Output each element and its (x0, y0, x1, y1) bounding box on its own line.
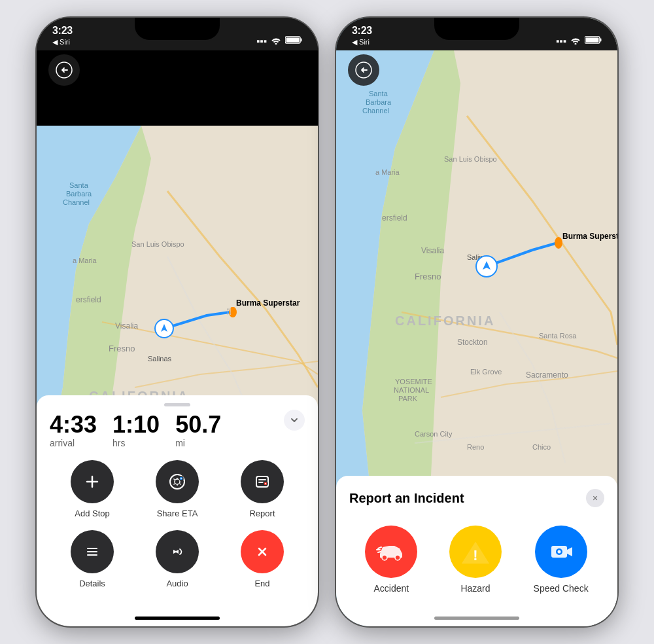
svg-rect-2 (286, 38, 300, 43)
nav-stats: 4:33 arrival 1:10 hrs 50.7 mi (50, 413, 305, 448)
share-eta-group: Share ETA (156, 460, 199, 518)
audio-group: Audio (156, 530, 199, 588)
status-left-2: 3:23 ◀ Siri (352, 25, 372, 46)
end-group: End (241, 530, 284, 588)
add-stop-label: Add Stop (75, 509, 110, 518)
share-eta-label: Share ETA (157, 509, 198, 518)
svg-text:Carson City: Carson City (415, 430, 453, 438)
miles-value: 50.7 (175, 413, 221, 437)
time-display: 3:23 (52, 25, 73, 37)
report-header: Report an Incident × (349, 489, 604, 507)
svg-text:ersfield: ersfield (76, 295, 101, 304)
svg-text:Barbara: Barbara (66, 190, 92, 198)
hours-label: hrs (112, 438, 160, 448)
svg-text:PARK: PARK (398, 395, 418, 402)
hazard-group: ! Hazard (449, 526, 502, 594)
svg-point-24 (179, 476, 183, 480)
miles-stat: 50.7 mi (175, 413, 221, 448)
battery-icon-2 (585, 35, 602, 46)
phone-2: 3:23 ◀ Siri ▪▪▪ (336, 18, 617, 626)
details-button[interactable] (71, 530, 114, 573)
accident-label: Accident (373, 583, 409, 594)
carplay-back-button-1[interactable] (48, 54, 80, 86)
signal-icon-2: ▪▪▪ (556, 35, 566, 46)
close-icon: × (593, 493, 598, 503)
svg-text:San Luis Obispo: San Luis Obispo (444, 155, 497, 163)
hazard-button[interactable]: ! (449, 526, 502, 578)
signal-icon: ▪▪▪ (256, 35, 267, 46)
svg-text:Channel: Channel (63, 198, 90, 206)
arrival-time: 4:33 (50, 413, 97, 437)
svg-text:Salinas: Salinas (148, 355, 172, 363)
end-label: End (254, 579, 269, 588)
svg-text:Fresno: Fresno (109, 344, 135, 353)
miles-label: mi (175, 438, 221, 448)
svg-text:Visalia: Visalia (115, 321, 138, 331)
svg-text:Reno: Reno (467, 443, 484, 451)
arrival-label: arrival (50, 438, 97, 448)
details-group: Details (71, 530, 114, 588)
svg-rect-29 (586, 38, 599, 43)
battery-icon (285, 35, 302, 46)
svg-text:Sacramento: Sacramento (526, 370, 568, 380)
hours-value: 1:10 (112, 413, 160, 437)
accident-group: Accident (365, 526, 417, 594)
svg-text:Burma Superstar: Burma Superstar (236, 298, 300, 308)
svg-text:Fresno: Fresno (415, 272, 441, 281)
wifi-icon-2 (570, 35, 581, 46)
hazard-label: Hazard (460, 583, 490, 594)
svg-text:Santa Rosa: Santa Rosa (539, 332, 577, 340)
svg-rect-28 (600, 39, 602, 42)
status-right: ▪▪▪ (256, 35, 302, 46)
siri-label-2: ◀ Siri (352, 38, 372, 46)
add-stop-button[interactable] (71, 460, 114, 503)
svg-text:Burma Superstar: Burma Superstar (562, 232, 617, 241)
svg-text:YOSEMITE: YOSEMITE (395, 378, 432, 385)
carplay-back-button-2[interactable] (348, 54, 379, 86)
add-stop-group: Add Stop (71, 460, 114, 518)
speed-check-group: Speed Check (534, 526, 589, 594)
svg-text:Chico: Chico (532, 443, 551, 451)
drag-handle (164, 403, 190, 406)
home-indicator-1 (135, 617, 220, 620)
report-panel: Report an Incident × Accident (336, 476, 617, 626)
end-button[interactable] (241, 530, 284, 573)
svg-text:ersfield: ersfield (382, 213, 407, 223)
report-button[interactable] (241, 460, 284, 503)
svg-text:Visalia: Visalia (421, 246, 444, 255)
notch (135, 18, 220, 40)
time-display-2: 3:23 (352, 25, 372, 37)
status-left: 3:23 ◀ Siri (52, 25, 73, 46)
speed-check-label: Speed Check (534, 583, 589, 594)
svg-text:a Maria: a Maria (73, 257, 97, 264)
audio-label: Audio (166, 579, 188, 588)
report-label: Report (249, 509, 275, 518)
speed-check-button[interactable] (535, 526, 587, 578)
phone-1: 3:23 ◀ Siri ▪▪▪ (37, 18, 318, 626)
report-close-button[interactable]: × (586, 489, 604, 507)
svg-text:CALIFORNIA: CALIFORNIA (395, 313, 495, 328)
report-title: Report an Incident (349, 491, 464, 506)
svg-text:NATIONAL: NATIONAL (394, 386, 429, 394)
svg-text:Santa: Santa (369, 90, 388, 98)
home-indicator-2 (434, 617, 519, 620)
report-buttons: Accident ! Hazard (349, 526, 604, 594)
hours-stat: 1:10 hrs (112, 413, 160, 448)
expand-button[interactable] (284, 410, 305, 431)
svg-text:Channel: Channel (362, 107, 389, 115)
svg-point-56 (382, 555, 387, 560)
svg-text:San Luis Obispo: San Luis Obispo (131, 240, 184, 248)
svg-text:Santa: Santa (69, 181, 89, 189)
svg-text:🍴: 🍴 (225, 307, 233, 315)
notch-2 (434, 18, 519, 40)
svg-point-57 (395, 555, 400, 560)
arrival-stat: 4:33 arrival (50, 413, 97, 448)
audio-button[interactable] (156, 530, 199, 573)
report-group: Report (241, 460, 284, 518)
svg-rect-1 (301, 39, 302, 42)
share-eta-button[interactable] (156, 460, 199, 503)
svg-text:Stockton: Stockton (457, 338, 488, 347)
accident-button[interactable] (365, 526, 417, 578)
svg-text:!: ! (473, 547, 477, 564)
svg-point-61 (557, 550, 560, 554)
